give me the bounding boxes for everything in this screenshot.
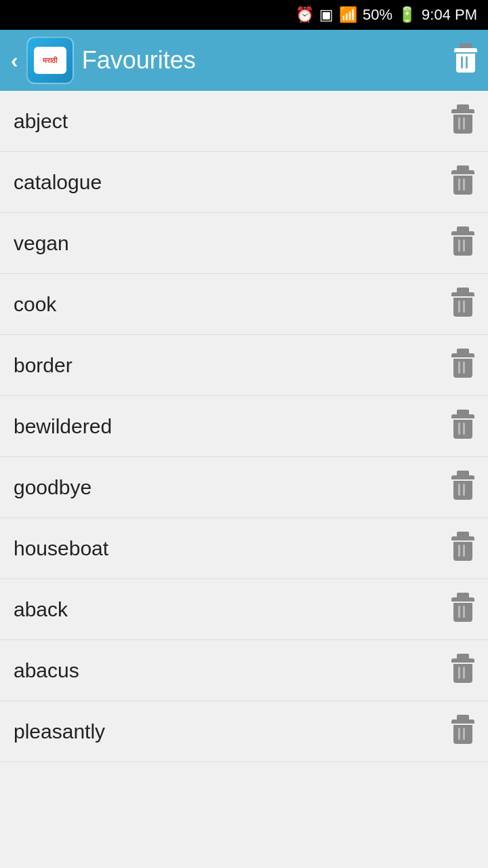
list-item[interactable]: goodbye [0, 457, 488, 518]
list-item[interactable]: border [0, 335, 488, 396]
word-label: houseboat [14, 537, 108, 560]
trash-body-icon [453, 725, 472, 744]
sim-icon: ▣ [319, 6, 333, 24]
word-label: cook [14, 293, 56, 316]
trash-lid-icon [451, 536, 474, 540]
status-bar: ⏰ ▣ 📶 50% 🔋 9:04 PM [0, 0, 488, 30]
trash-body-icon [453, 603, 472, 622]
trash-body-icon [453, 298, 472, 317]
delete-item-button[interactable] [451, 231, 474, 256]
trash-lid-icon [451, 475, 474, 479]
word-label: catalogue [14, 171, 102, 194]
delete-item-button[interactable] [451, 536, 474, 561]
trash-body-icon [453, 481, 472, 500]
trash-lid-icon [451, 170, 474, 174]
alarm-icon: ⏰ [296, 6, 314, 24]
delete-item-button[interactable] [451, 170, 474, 195]
delete-item-button[interactable] [451, 109, 474, 134]
list-item[interactable]: aback [0, 579, 488, 640]
trash-lid-icon [451, 719, 474, 724]
word-label: abject [14, 110, 68, 133]
trash-lid-icon [451, 231, 474, 235]
list-item[interactable]: vegan [0, 213, 488, 274]
app-logo: मराठी [26, 37, 74, 84]
word-label: goodbye [14, 476, 92, 499]
back-button[interactable]: ‹ [11, 48, 18, 73]
word-label: pleasantly [14, 720, 105, 743]
word-label: aback [14, 598, 68, 621]
app-header: ‹ मराठी Favourites [0, 30, 488, 91]
trash-lid [454, 48, 477, 52]
trash-body-icon [453, 359, 472, 378]
trash-body [456, 54, 475, 73]
word-label: bewildered [14, 415, 112, 438]
delete-item-button[interactable] [451, 353, 474, 378]
signal-icon: 📶 [339, 6, 357, 24]
trash-body-icon [453, 115, 472, 134]
page-title: Favourites [82, 46, 196, 75]
delete-item-button[interactable] [451, 475, 474, 500]
time-label: 9:04 PM [422, 6, 477, 24]
trash-lid-icon [451, 597, 474, 601]
list-item[interactable]: pleasantly [0, 701, 488, 762]
delete-item-button[interactable] [451, 658, 474, 683]
delete-item-button[interactable] [451, 597, 474, 622]
status-icons: ⏰ ▣ 📶 50% 🔋 9:04 PM [296, 6, 477, 24]
header-left: ‹ मराठी Favourites [11, 37, 196, 84]
delete-item-button[interactable] [451, 292, 474, 317]
trash-lid-icon [451, 414, 474, 418]
battery-icon: 🔋 [398, 6, 416, 24]
trash-lid-icon [451, 658, 474, 663]
app-logo-inner: मराठी [34, 47, 66, 74]
list-item[interactable]: abacus [0, 640, 488, 701]
favourites-list: abject catalogue vegan cook border [0, 91, 488, 762]
trash-lid-icon [451, 109, 474, 113]
trash-body-icon [453, 420, 472, 439]
trash-body-icon [453, 176, 472, 195]
word-label: vegan [14, 232, 69, 255]
word-label: border [14, 354, 73, 377]
delete-item-button[interactable] [451, 414, 474, 439]
delete-item-button[interactable] [451, 719, 474, 744]
trash-lid-icon [451, 353, 474, 357]
trash-lid-icon [451, 292, 474, 296]
trash-body-icon [453, 664, 472, 683]
list-item[interactable]: catalogue [0, 152, 488, 213]
list-item[interactable]: bewildered [0, 396, 488, 457]
trash-body-icon [453, 542, 472, 561]
list-item[interactable]: cook [0, 274, 488, 335]
word-label: abacus [14, 659, 79, 682]
list-item[interactable]: abject [0, 91, 488, 152]
delete-all-button[interactable] [454, 48, 477, 73]
trash-body-icon [453, 237, 472, 256]
list-item[interactable]: houseboat [0, 518, 488, 579]
battery-label: 50% [363, 6, 392, 24]
